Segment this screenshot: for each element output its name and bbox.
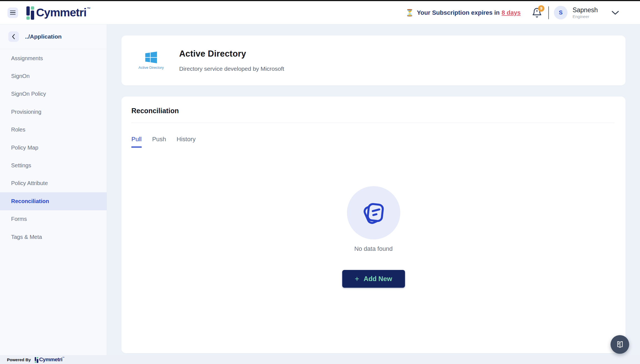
chevron-down-icon[interactable] <box>611 10 619 15</box>
powered-by-text: Powered By <box>7 357 31 362</box>
reconciliation-card: Reconciliation PullPushHistory No data f… <box>121 97 626 353</box>
empty-state: No data found + Add New <box>121 148 626 288</box>
app-logo-caption: Active Directory <box>133 65 169 70</box>
back-button[interactable] <box>8 31 19 42</box>
chevron-left-icon <box>11 34 16 39</box>
page-subtitle: Directory service developed by Microsoft <box>179 65 284 72</box>
sidebar-item-signon[interactable]: SignOn <box>0 67 107 85</box>
sidebar-menu: AssignmentsSignOnSignOn PolicyProvisioni… <box>0 49 107 246</box>
sidebar-back-row: ../Application <box>0 24 107 49</box>
cymmetri-logo-icon <box>26 6 34 20</box>
section-heading: Reconciliation <box>121 97 626 115</box>
plus-icon: + <box>355 275 359 283</box>
footer-brand-logo: Cymmetri ™ <box>35 357 65 363</box>
sidebar-item-forms[interactable]: Forms <box>0 210 107 228</box>
subscription-text: Your Subscription expires in <box>417 9 500 16</box>
application-header-card: Active Directory Active Directory Direct… <box>121 36 626 85</box>
no-data-documents-icon <box>358 197 389 228</box>
avatar[interactable]: S <box>554 6 568 19</box>
open-book-icon <box>615 340 625 349</box>
cymmetri-mini-logo-icon <box>35 357 38 363</box>
sidebar-item-reconciliation[interactable]: Reconciliation <box>0 192 107 210</box>
app-header: Cymmetri ™ ⏳ Your Subscription expires i… <box>0 1 640 24</box>
sidebar: ../Application AssignmentsSignOnSignOn P… <box>0 24 107 355</box>
sidebar-item-roles[interactable]: Roles <box>0 121 107 139</box>
sidebar-item-signon-policy[interactable]: SignOn Policy <box>0 85 107 103</box>
footer: Powered By Cymmetri ™ <box>0 355 640 364</box>
empty-state-circle <box>347 186 400 239</box>
page-title: Active Directory <box>179 49 284 59</box>
tab-push[interactable]: Push <box>152 136 166 148</box>
footer-brand-name: Cymmetri <box>39 357 62 362</box>
subscription-days-link[interactable]: 8 days <box>502 9 521 16</box>
user-name: Sapnesh <box>572 6 598 14</box>
brand-logo: Cymmetri ™ <box>26 6 91 20</box>
notification-count-badge: 9 <box>538 5 544 12</box>
sidebar-item-settings[interactable]: Settings <box>0 156 107 174</box>
sidebar-item-provisioning[interactable]: Provisioning <box>0 103 107 121</box>
subscription-expiry-notice: ⏳ Your Subscription expires in 8 days <box>406 9 521 17</box>
user-role: Engineer <box>572 14 598 19</box>
sidebar-item-policy-map[interactable]: Policy Map <box>0 139 107 156</box>
footer-brand-trademark: ™ <box>62 357 65 359</box>
brand-trademark: ™ <box>87 7 91 11</box>
tab-history[interactable]: History <box>177 136 196 148</box>
browser-top-edge <box>0 0 640 1</box>
sidebar-item-policy-attribute[interactable]: Policy Attribute <box>0 175 107 192</box>
add-new-button[interactable]: + Add New <box>342 270 405 288</box>
hamburger-menu-button[interactable] <box>8 7 18 18</box>
windows-logo-icon <box>145 52 157 63</box>
breadcrumb[interactable]: ../Application <box>25 33 62 40</box>
header-divider <box>548 6 549 19</box>
main-content: Active Directory Active Directory Direct… <box>107 24 640 355</box>
hourglass-icon: ⏳ <box>406 9 414 17</box>
tab-pull[interactable]: Pull <box>131 136 142 148</box>
section-divider <box>131 123 614 123</box>
empty-state-text: No data found <box>354 245 392 252</box>
user-menu[interactable]: S Sapnesh Engineer <box>554 6 619 19</box>
add-new-label: Add New <box>364 275 392 283</box>
sidebar-item-assignments[interactable]: Assignments <box>0 49 107 67</box>
notifications-button[interactable]: 9 <box>531 7 542 19</box>
documentation-fab-button[interactable] <box>611 335 629 354</box>
tab-bar: PullPushHistory <box>131 136 626 148</box>
brand-name: Cymmetri <box>36 6 86 19</box>
sidebar-item-tags-meta[interactable]: Tags & Meta <box>0 228 107 246</box>
